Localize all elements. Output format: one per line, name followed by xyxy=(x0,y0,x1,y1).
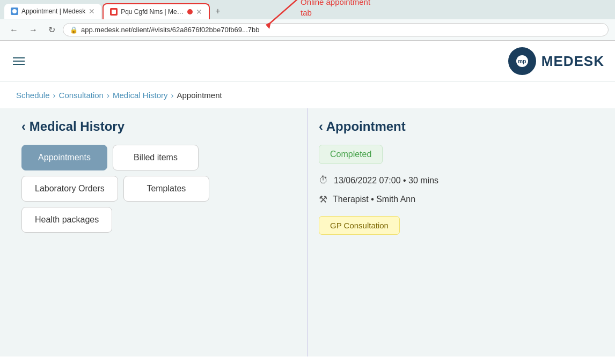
url-text: app.medesk.net/client/#visits/62a8676f02… xyxy=(81,26,259,34)
app-header: MEDESK xyxy=(0,41,615,82)
therapist-row: ⚒ Therapist • Smith Ann xyxy=(319,194,594,205)
appointments-button[interactable]: Appointments xyxy=(21,145,107,170)
recording-indicator xyxy=(187,9,193,14)
nav-button-grid: Appointments Billed items Laboratory Ord… xyxy=(21,145,296,233)
laboratory-orders-button[interactable]: Laboratory Orders xyxy=(21,176,118,202)
tab2-close[interactable]: ✕ xyxy=(196,8,202,16)
therapist-text: Therapist • Smith Ann xyxy=(333,195,415,204)
back-arrow-right[interactable]: ‹ xyxy=(319,119,323,133)
right-panel-title: ‹ Appointment xyxy=(319,119,594,134)
hamburger-menu[interactable] xyxy=(11,55,27,67)
tab2-title: Pqu Cgfd Nms | Medesk M... xyxy=(121,8,184,16)
svg-marker-3 xyxy=(266,22,271,29)
left-panel-title: ‹ Medical History xyxy=(21,119,296,134)
right-panel-title-text: Appointment xyxy=(326,119,406,133)
datetime-row: ⏱ 13/06/2022 07:00 • 30 mins xyxy=(319,175,594,186)
svg-point-0 xyxy=(12,9,17,13)
btn-row-3: Health packages xyxy=(21,207,296,233)
tab2-favicon xyxy=(110,8,118,16)
forward-button[interactable]: → xyxy=(26,23,41,37)
hamburger-line1 xyxy=(13,57,25,58)
svg-rect-1 xyxy=(112,10,116,14)
back-button[interactable]: ← xyxy=(6,23,21,37)
datetime-text: 13/06/2022 07:00 • 30 mins xyxy=(334,176,438,185)
breadcrumb-consultation[interactable]: Consultation xyxy=(59,91,104,100)
left-panel-title-text: Medical History xyxy=(30,119,125,133)
breadcrumb-medical-history[interactable]: Medical History xyxy=(113,91,168,100)
main-content: ‹ Medical History Appointments Billed it… xyxy=(0,108,615,356)
back-arrow-left[interactable]: ‹ xyxy=(21,119,26,133)
therapist-icon: ⚒ xyxy=(319,194,327,205)
btn-row-1: Appointments Billed items xyxy=(21,145,296,170)
annotation-arrow xyxy=(258,0,322,30)
reload-button[interactable]: ↻ xyxy=(45,23,58,37)
tab1-close[interactable]: ✕ xyxy=(89,7,95,16)
breadcrumb: Schedule › Consultation › Medical Histor… xyxy=(0,82,615,108)
left-panel: ‹ Medical History Appointments Billed it… xyxy=(11,108,307,356)
tab1-title: Appointment | Medesk xyxy=(21,8,85,15)
health-packages-button[interactable]: Health packages xyxy=(21,207,112,233)
logo-container: MEDESK xyxy=(508,47,604,75)
app-container: MEDESK Schedule › Consultation › Medical… xyxy=(0,41,615,356)
url-bar[interactable]: 🔒 app.medesk.net/client/#visits/62a8676f… xyxy=(63,23,609,36)
logo-text: MEDESK xyxy=(541,53,604,70)
breadcrumb-appointment: Appointment xyxy=(177,91,222,100)
lock-icon: 🔒 xyxy=(70,26,78,34)
breadcrumb-sep1: › xyxy=(53,91,56,100)
breadcrumb-sep2: › xyxy=(107,91,109,100)
tab-appointment[interactable]: Appointment | Medesk ✕ xyxy=(4,4,101,19)
new-tab-button[interactable]: + xyxy=(211,4,224,18)
breadcrumb-sep3: › xyxy=(171,91,173,100)
status-badge: Completed xyxy=(319,145,383,164)
svg-line-2 xyxy=(268,0,311,25)
appointment-info: ⏱ 13/06/2022 07:00 • 30 mins ⚒ Therapist… xyxy=(319,175,594,235)
btn-row-2: Laboratory Orders Templates xyxy=(21,176,296,202)
service-badge: GP Consultation xyxy=(319,216,400,235)
tab1-favicon xyxy=(11,8,18,15)
tab-online-appointment[interactable]: Pqu Cgfd Nms | Medesk M... ✕ xyxy=(102,3,210,19)
medesk-inner-icon xyxy=(516,55,528,67)
billed-items-button[interactable]: Billed items xyxy=(113,145,199,170)
clock-icon: ⏱ xyxy=(319,175,328,186)
templates-button[interactable]: Templates xyxy=(123,176,209,202)
hamburger-line2 xyxy=(13,61,25,62)
hamburger-line3 xyxy=(13,64,25,65)
service-row: GP Consultation xyxy=(319,213,594,235)
medesk-badge-icon xyxy=(508,47,536,75)
breadcrumb-schedule[interactable]: Schedule xyxy=(16,91,50,100)
right-panel: ‹ Appointment Completed ⏱ 13/06/2022 07:… xyxy=(308,108,604,356)
